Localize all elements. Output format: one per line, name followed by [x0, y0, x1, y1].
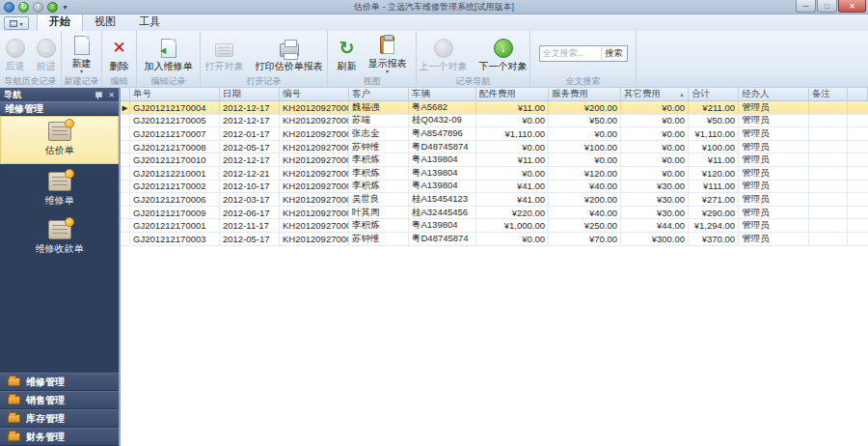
table-cell[interactable]: [809, 181, 848, 193]
table-cell[interactable]: 2012-05-17: [220, 141, 280, 153]
sidebar-item-repair-order[interactable]: 维修单: [0, 168, 119, 212]
table-cell[interactable]: [809, 233, 848, 245]
table-cell[interactable]: 2012-12-17: [220, 153, 280, 166]
table-cell[interactable]: GJ201212170002: [130, 181, 220, 193]
sidebar-item-estimate[interactable]: 估价单: [0, 116, 119, 164]
search-input[interactable]: [540, 48, 601, 58]
column-header[interactable]: 客户: [349, 88, 409, 100]
table-cell[interactable]: [809, 153, 848, 166]
table-cell[interactable]: GJ201212170009: [130, 207, 220, 219]
table-cell[interactable]: ¥1,000.00: [476, 219, 549, 232]
table-row[interactable]: GJ2012122100012012-12-21KH201209270002李积…: [121, 167, 868, 181]
table-cell[interactable]: ¥0.00: [476, 233, 549, 245]
new-button[interactable]: 新建 ▾: [68, 33, 95, 74]
table-cell[interactable]: ¥0.00: [476, 167, 549, 180]
table-cell[interactable]: ¥50.00: [549, 115, 621, 127]
table-cell[interactable]: ¥1,110.00: [476, 127, 549, 140]
table-cell[interactable]: ¥0.00: [476, 115, 549, 127]
table-cell[interactable]: 粤D48745874: [409, 141, 476, 153]
table-cell[interactable]: ¥0.00: [476, 141, 549, 153]
table-cell[interactable]: 2012-03-17: [220, 193, 280, 206]
table-cell[interactable]: GJ201212170003: [130, 233, 220, 245]
table-cell[interactable]: [809, 219, 848, 232]
table-row[interactable]: GJ2012121700032012-05-17KH201209270005苏钟…: [121, 233, 868, 246]
sidebar-section-repair-mgmt[interactable]: 维修管理: [0, 101, 119, 116]
table-cell[interactable]: ¥30.00: [621, 193, 689, 206]
table-cell[interactable]: ¥44.00: [621, 219, 689, 232]
sidebar-item-repair-management[interactable]: 维修管理: [0, 373, 119, 391]
table-cell[interactable]: 管理员: [739, 219, 809, 232]
table-cell[interactable]: ¥200.00: [549, 193, 621, 206]
sidebar-item-finance-management[interactable]: 财务管理: [0, 428, 119, 446]
table-cell[interactable]: GJ201212170005: [130, 115, 220, 127]
table-cell[interactable]: KH201209270002: [280, 153, 349, 166]
table-row[interactable]: GJ2012121700022012-10-17KH201209270002李积…: [121, 181, 868, 194]
table-cell[interactable]: ¥0.00: [621, 153, 689, 166]
tab-view[interactable]: 视图: [83, 13, 127, 31]
column-header[interactable]: 合计: [689, 88, 739, 100]
table-cell[interactable]: 苏钟维: [349, 141, 409, 153]
table-cell[interactable]: ¥11.00: [476, 153, 549, 166]
app-logo-icon[interactable]: [4, 2, 14, 13]
column-header[interactable]: 经办人: [739, 88, 809, 100]
add-to-repair-order-button[interactable]: ◄ 加入维修单: [141, 36, 197, 71]
table-cell[interactable]: ¥30.00: [621, 181, 689, 193]
table-cell[interactable]: 粤A8547896: [409, 127, 476, 140]
table-cell[interactable]: [809, 127, 848, 140]
table-cell[interactable]: 李积炼: [349, 181, 409, 193]
table-cell[interactable]: 桂A15454123: [409, 193, 476, 206]
table-row[interactable]: GJ2012121700082012-05-17KH201209270005苏钟…: [121, 141, 868, 154]
table-cell[interactable]: 粤A139804: [409, 181, 476, 193]
table-cell[interactable]: 2012-01-17: [220, 127, 280, 140]
table-cell[interactable]: 粤A139804: [409, 219, 476, 232]
table-row[interactable]: GJ2012121700012012-11-17KH201209270002李积…: [121, 219, 868, 233]
table-cell[interactable]: 苏钟维: [349, 233, 409, 245]
minimize-button[interactable]: ─: [796, 0, 816, 13]
table-cell[interactable]: KH201209270002: [280, 219, 349, 232]
column-header[interactable]: 日期: [220, 88, 280, 100]
table-cell[interactable]: 2012-05-17: [220, 233, 280, 245]
tab-tools[interactable]: 工具: [127, 13, 172, 31]
table-cell[interactable]: KH201209270005: [280, 141, 349, 153]
table-cell[interactable]: 粤A139804: [409, 167, 476, 180]
table-cell[interactable]: 桂Q0432-09: [409, 115, 476, 127]
table-cell[interactable]: 李积炼: [349, 167, 409, 180]
table-cell[interactable]: ¥0.00: [621, 167, 689, 180]
table-cell[interactable]: ¥11.00: [689, 153, 739, 166]
table-cell[interactable]: ¥120.00: [689, 167, 739, 180]
column-header[interactable]: 服务费用: [549, 88, 621, 100]
table-cell[interactable]: 管理员: [739, 167, 809, 180]
table-cell[interactable]: 2012-10-17: [220, 181, 280, 193]
table-cell[interactable]: ¥41.00: [476, 193, 549, 206]
table-cell[interactable]: ¥50.00: [689, 115, 739, 127]
print-estimate-report-button[interactable]: 打印估价单报表: [252, 36, 327, 71]
column-header[interactable]: 其它费用▲: [621, 88, 689, 100]
refresh-button[interactable]: ↻ 刷新: [334, 36, 361, 71]
sidebar-item-inventory-management[interactable]: 库存管理: [0, 409, 119, 428]
next-object-button[interactable]: ↓ 下一个对象: [475, 36, 531, 71]
table-cell[interactable]: 管理员: [739, 101, 809, 114]
new-dropdown-icon[interactable]: ▾: [80, 69, 83, 74]
table-row[interactable]: ►GJ2012121700042012-12-17KH201209270004魏…: [121, 101, 868, 115]
column-header[interactable]: 单号: [130, 88, 220, 100]
quick-access-dropdown-icon[interactable]: ▼: [62, 4, 68, 11]
table-cell[interactable]: KH201209270006: [280, 193, 349, 206]
table-cell[interactable]: [809, 167, 848, 180]
table-cell[interactable]: KH201209270005: [280, 233, 349, 245]
table-cell[interactable]: [809, 207, 848, 219]
column-header[interactable]: 车辆: [409, 88, 476, 100]
table-cell[interactable]: ¥100.00: [689, 141, 739, 153]
table-cell[interactable]: ¥40.00: [549, 181, 621, 193]
table-cell[interactable]: GJ201212170001: [130, 219, 220, 232]
table-cell[interactable]: ¥1,294.00: [689, 219, 739, 232]
sidebar-item-sales-management[interactable]: 销售管理: [0, 391, 119, 409]
table-cell[interactable]: 2012-11-17: [220, 219, 280, 232]
table-cell[interactable]: GJ201212170008: [130, 141, 220, 153]
table-cell[interactable]: 2012-12-17: [220, 115, 280, 127]
table-cell[interactable]: 管理员: [739, 207, 809, 219]
table-cell[interactable]: ¥30.00: [621, 207, 689, 219]
table-cell[interactable]: ¥111.00: [689, 181, 739, 193]
table-cell[interactable]: ¥250.00: [549, 219, 621, 232]
column-header[interactable]: 配件费用: [476, 88, 549, 100]
table-cell[interactable]: 管理员: [739, 233, 809, 245]
